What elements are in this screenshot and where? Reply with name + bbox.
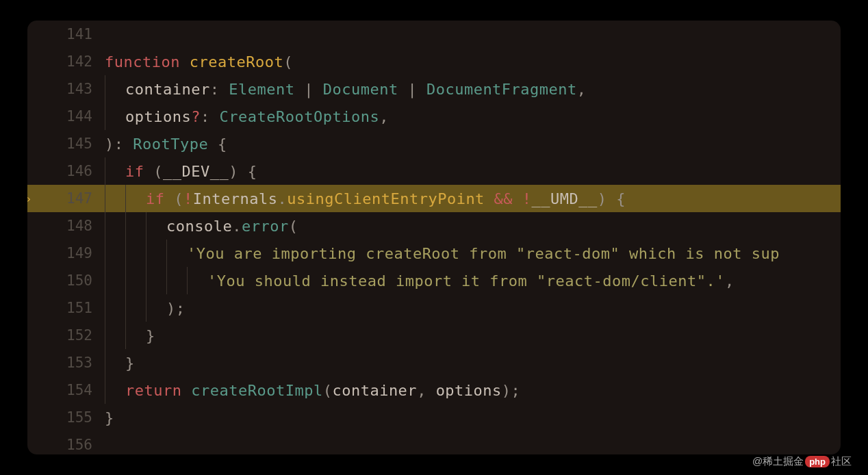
indent-guides (105, 212, 166, 240)
line-number: 154 (27, 382, 105, 398)
code-line[interactable]: 149'You are importing createRoot from "r… (27, 240, 841, 267)
indent-guides (105, 240, 187, 267)
watermark-suffix: 社区 (831, 455, 852, 468)
watermark-prefix: @稀土掘金 (752, 455, 804, 468)
code-content[interactable]: return createRootImpl(container, options… (125, 382, 520, 399)
line-number: 150 (27, 272, 105, 289)
line-number: 147› (27, 190, 105, 207)
code-line[interactable]: 147›if (!Internals.usingClientEntryPoint… (27, 185, 841, 212)
line-number: 153 (27, 355, 105, 371)
code-line[interactable]: 143container: Element | Document | Docum… (27, 75, 841, 103)
line-number: 141 (27, 26, 105, 42)
code-line[interactable]: 146if (__DEV__) { (27, 157, 841, 185)
line-number: 144 (27, 108, 105, 125)
line-number: 142 (27, 53, 105, 70)
code-content[interactable]: ): RootType { (105, 136, 227, 153)
code-content[interactable]: } (146, 327, 155, 344)
code-content[interactable]: 'You should instead import it from "reac… (207, 272, 735, 290)
code-content[interactable]: ); (166, 300, 186, 317)
indent-guides (105, 294, 166, 322)
code-content[interactable]: if (__DEV__) { (125, 163, 257, 180)
code-line[interactable]: 154return createRootImpl(container, opti… (27, 376, 841, 404)
indent-guides (105, 376, 125, 404)
indent-guides (105, 267, 207, 294)
code-content[interactable]: if (!Internals.usingClientEntryPoint && … (146, 190, 626, 207)
indent-guides (105, 103, 125, 130)
indent-guides (105, 157, 125, 185)
code-content[interactable]: } (125, 355, 135, 372)
code-line[interactable]: 152} (27, 322, 841, 349)
code-content[interactable]: options?: CreateRootOptions, (125, 108, 389, 125)
line-number: 146 (27, 163, 105, 179)
code-line[interactable]: 144options?: CreateRootOptions, (27, 103, 841, 130)
indent-guides (105, 75, 125, 103)
code-line[interactable]: 150'You should instead import it from "r… (27, 267, 841, 294)
line-number: 148 (27, 218, 105, 234)
code-content[interactable]: } (105, 409, 114, 426)
code-line[interactable]: 156 (27, 431, 841, 454)
indent-guides (105, 349, 125, 376)
line-number: 149 (27, 245, 105, 261)
code-content[interactable]: console.error( (166, 218, 298, 235)
watermark: @稀土掘金 php 社区 (752, 455, 852, 468)
line-number: 155 (27, 409, 105, 426)
code-line[interactable]: 151); (27, 294, 841, 322)
code-line[interactable]: 141 (27, 21, 841, 48)
line-number: 151 (27, 300, 105, 316)
line-number: 156 (27, 437, 105, 453)
code-area[interactable]: 141142function createRoot(143container: … (27, 21, 841, 454)
line-number: 152 (27, 327, 105, 344)
code-content[interactable]: 'You are importing createRoot from "reac… (187, 245, 780, 262)
code-editor-panel: 141142function createRoot(143container: … (27, 21, 841, 454)
fold-marker-icon[interactable]: › (27, 192, 32, 205)
code-line[interactable]: 142function createRoot( (27, 48, 841, 75)
code-line[interactable]: 155} (27, 404, 841, 431)
code-content[interactable]: container: Element | Document | Document… (125, 81, 587, 98)
line-number: 145 (27, 136, 105, 152)
watermark-badge: php (805, 456, 830, 467)
code-line[interactable]: 153} (27, 349, 841, 376)
code-line[interactable]: 148console.error( (27, 212, 841, 240)
indent-guides (105, 322, 146, 349)
indent-guides (105, 185, 146, 212)
code-line[interactable]: 145): RootType { (27, 130, 841, 157)
code-content[interactable]: function createRoot( (105, 53, 293, 70)
line-number: 143 (27, 81, 105, 97)
